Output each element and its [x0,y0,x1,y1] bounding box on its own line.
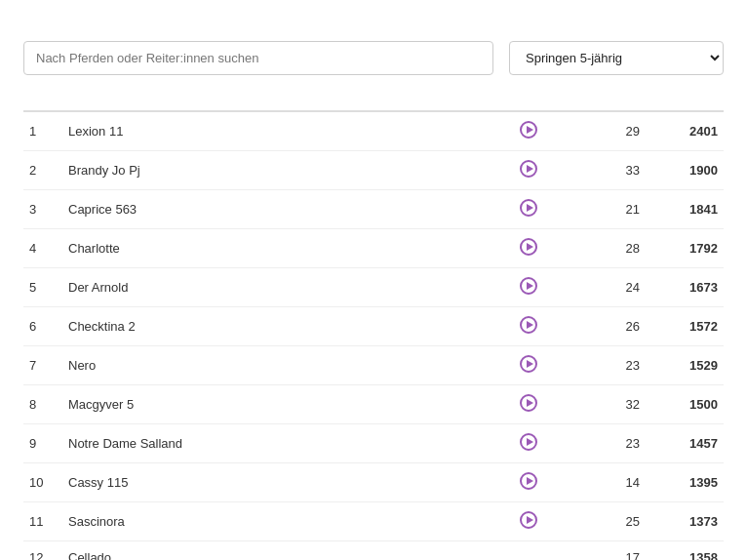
col-header-points [646,95,724,111]
video-play-icon[interactable] [520,316,537,334]
cell-video[interactable] [490,424,568,463]
video-play-icon[interactable] [520,355,537,373]
cell-points: 1572 [646,307,724,346]
col-header-videos [490,95,568,111]
table-row: 2Brandy Jo Pj331900 [23,151,724,190]
video-play-icon[interactable] [520,511,537,529]
cell-rank: 7 [23,346,62,385]
cell-points: 1529 [646,346,724,385]
cell-starts: 29 [568,111,646,151]
table-row: 12Cellado171358 [23,541,724,561]
video-play-icon[interactable] [520,121,537,139]
video-play-icon[interactable] [520,433,537,451]
table-row: 3Caprice 563211841 [23,190,724,229]
col-header-rank [23,95,62,111]
cell-rank: 4 [23,229,62,268]
cell-starts: 33 [568,151,646,190]
video-play-icon[interactable] [520,199,537,217]
cell-starts: 21 [568,190,646,229]
table-row: 11Sascinora251373 [23,502,724,541]
table-row: 8Macgyver 5321500 [23,385,724,424]
cell-starts: 24 [568,268,646,307]
cell-rank: 9 [23,424,62,463]
cell-points: 1792 [646,229,724,268]
cell-starts: 28 [568,229,646,268]
cell-points: 1900 [646,151,724,190]
cell-video[interactable] [490,111,568,151]
cell-video [490,541,568,561]
cell-video[interactable] [490,151,568,190]
cell-starts: 32 [568,385,646,424]
cell-starts: 25 [568,502,646,541]
cell-horse-name: Nero [62,346,490,385]
cell-video[interactable] [490,346,568,385]
cell-rank: 6 [23,307,62,346]
video-play-icon[interactable] [520,160,537,178]
search-input[interactable] [23,41,493,75]
cell-horse-name: Checktina 2 [62,307,490,346]
cell-horse-name: Lexion 11 [62,111,490,151]
discipline-select[interactable]: Springen 5-jährig [509,41,724,75]
table-row: 10Cassy 115141395 [23,463,724,502]
cell-rank: 2 [23,151,62,190]
cell-points: 1841 [646,190,724,229]
cell-video[interactable] [490,502,568,541]
cell-horse-name: Sascinora [62,502,490,541]
cell-points: 1373 [646,502,724,541]
cell-video[interactable] [490,385,568,424]
cell-rank: 12 [23,541,62,561]
cell-horse-name: Macgyver 5 [62,385,490,424]
cell-rank: 8 [23,385,62,424]
table-header-row [23,95,724,111]
cell-horse-name: Cassy 115 [62,463,490,502]
table-row: 1Lexion 11292401 [23,111,724,151]
cell-video[interactable] [490,268,568,307]
cell-video[interactable] [490,463,568,502]
cell-rank: 10 [23,463,62,502]
cell-points: 2401 [646,111,724,151]
cell-horse-name: Caprice 563 [62,190,490,229]
table-row: 4Charlotte281792 [23,229,724,268]
video-play-icon[interactable] [520,472,537,490]
main-container: Springen 5-jährig 1Lexion 112924012Brand… [0,0,747,560]
cell-video[interactable] [490,190,568,229]
cell-rank: 3 [23,190,62,229]
col-header-starts [568,95,646,111]
cell-starts: 26 [568,307,646,346]
video-play-icon[interactable] [520,394,537,412]
cell-rank: 5 [23,268,62,307]
table-row: 9Notre Dame Salland231457 [23,424,724,463]
table-row: 7Nero231529 [23,346,724,385]
cell-horse-name: Brandy Jo Pj [62,151,490,190]
cell-rank: 1 [23,111,62,151]
cell-rank: 11 [23,502,62,541]
cell-video[interactable] [490,307,568,346]
controls-bar: Springen 5-jährig [23,41,724,75]
table-row: 6Checktina 2261572 [23,307,724,346]
cell-starts: 23 [568,346,646,385]
cell-video[interactable] [490,229,568,268]
cell-points: 1673 [646,268,724,307]
cell-points: 1457 [646,424,724,463]
video-play-icon[interactable] [520,277,537,295]
cell-horse-name: Notre Dame Salland [62,424,490,463]
col-header-horse [62,95,490,111]
cell-points: 1358 [646,541,724,561]
cell-starts: 14 [568,463,646,502]
cell-points: 1500 [646,385,724,424]
cell-starts: 17 [568,541,646,561]
cell-horse-name: Charlotte [62,229,490,268]
cell-horse-name: Der Arnold [62,268,490,307]
table-row: 5Der Arnold241673 [23,268,724,307]
cell-points: 1395 [646,463,724,502]
video-play-icon[interactable] [520,238,537,256]
cell-horse-name: Cellado [62,541,490,561]
rankings-table: 1Lexion 112924012Brandy Jo Pj3319003Capr… [23,95,724,560]
cell-starts: 23 [568,424,646,463]
